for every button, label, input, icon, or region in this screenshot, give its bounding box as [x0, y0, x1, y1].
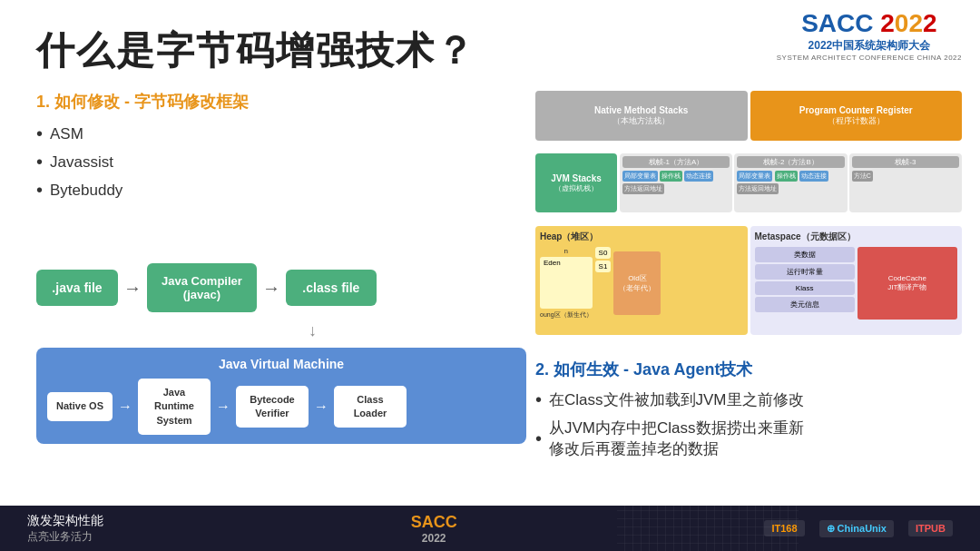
heap-eden: Eden: [540, 257, 593, 309]
java-file-box: .java file: [36, 270, 118, 306]
jvm-stacks-label: JVM Stacks （虚拟机栈）: [535, 153, 617, 212]
bottom-bar: 激发架构性能 点亮业务活力 SACC 2022 IT168 ⊕ ChinaUni…: [0, 506, 980, 551]
page-title: 什么是字节码增强技术？: [36, 25, 475, 76]
sacc-logo: SACC 2022: [777, 9, 962, 38]
codecache-area: CodeCache JIT翻译产物: [858, 247, 957, 320]
bullet-javassist: Javassist: [36, 152, 417, 172]
meta-cell-2: 运行时常量: [755, 264, 855, 280]
class-file-box: .class file: [286, 270, 377, 306]
logo-chinaunix: ⊕ ChinaUnix: [819, 520, 894, 537]
mem-mid-row: JVM Stacks （虚拟机栈） 栈帧-1（方法A） 局部变量表 操作栈 动态…: [535, 153, 962, 212]
sacc-logo-area: SACC 2022 2022中国系统架构师大会 SYSTEM ARCHITECT…: [777, 9, 962, 62]
program-counter: Program Counter Register （程序计数器）: [750, 91, 963, 141]
bottom-slogan: 激发架构性能 点亮业务活力: [27, 513, 103, 545]
left-content: 1. 如何修改 - 字节码修改框架 ASM Javassist Bytebudd…: [36, 91, 417, 222]
jvm-memory-grid: Native Method Stacks （本地方法栈） Program Cou…: [535, 91, 962, 345]
jvm-native-os: Native OS: [47, 392, 113, 420]
jvm-memory-diagram: Native Method Stacks （本地方法栈） Program Cou…: [535, 91, 962, 345]
heap-s0-col: S0 S1: [595, 247, 612, 320]
metaspace-left: 类数据 运行时常量 Klass 类元信息: [755, 247, 855, 320]
sacc-sub: SYSTEM ARCHITECT CONFERENCE CHINA 2022: [777, 54, 962, 62]
heap-inner: n Eden oung区（新生代） S0 S1 Old区（老年代）: [540, 247, 743, 320]
slogan2: 点亮业务活力: [27, 529, 103, 545]
heap-old-col: Old区（老年代）: [613, 247, 661, 320]
bottom-sacc: SACC 2022: [411, 513, 457, 545]
jvm-title: Java Virtual Machine: [47, 357, 515, 371]
slogan1: 激发架构性能: [27, 513, 103, 529]
arrow-2: →: [262, 278, 280, 299]
arrow-1: →: [123, 278, 142, 299]
meta-cell-1: 类数据: [755, 247, 855, 262]
flow-row-top: .java file → Java Compiler(javac) → .cla…: [36, 263, 544, 312]
section1-title: 1. 如何修改 - 字节码修改框架: [36, 91, 417, 113]
heap-s1: S1: [595, 261, 612, 272]
section2: 2. 如何生效 - Java Agent技术 在Class文件被加载到JVM里之…: [535, 359, 962, 481]
stacks-inner: 栈帧-1（方法A） 局部变量表 操作栈 动态连接 方法返回地址 栈帧-2（方法B…: [620, 153, 962, 212]
jvm-arrow-1: →: [118, 398, 132, 415]
heap-old: Old区（老年代）: [613, 251, 661, 315]
stack-col-2: 栈帧-2（方法B） 局部变量表 操作栈 动态连接 方法返回地址: [734, 153, 847, 212]
arrow-down: ↓: [309, 321, 544, 340]
section1-bullets: ASM Javassist Bytebuddy: [36, 123, 417, 201]
meta-cell-4: 类元信息: [755, 297, 855, 312]
metaspace-inner: 类数据 运行时常量 Klass 类元信息 CodeCache JIT翻译产物: [755, 247, 958, 320]
bullet-from-memory: 从JVM内存中把Class数据捞出来重新修改后再覆盖掉老的数据: [535, 418, 962, 459]
jvm-class-loader: ClassLoader: [334, 386, 407, 428]
mem-top-row: Native Method Stacks （本地方法栈） Program Cou…: [535, 91, 962, 141]
heap-s0: S0: [595, 247, 612, 259]
heap-title: Heap（堆区）: [540, 231, 743, 243]
logo-itpub: ITPUB: [908, 520, 953, 536]
stack-col-1: 栈帧-1（方法A） 局部变量表 操作栈 动态连接 方法返回地址: [620, 153, 732, 212]
jvm-runtime: JavaRuntimeSystem: [138, 379, 211, 435]
heap-area: Heap（堆区） n Eden oung区（新生代） S0 S1 Old区（老年: [535, 226, 748, 335]
bullet-before-load: 在Class文件被加载到JVM里之前修改: [535, 389, 962, 410]
bullet-asm: ASM: [36, 123, 417, 144]
metaspace-area: Metaspace（元数据区） 类数据 运行时常量 Klass 类元信息 Cod…: [750, 226, 963, 335]
flow-diagram: .java file → Java Compiler(javac) → .cla…: [36, 263, 544, 444]
jvm-arrow-2: →: [216, 398, 230, 415]
jvm-arrow-3: →: [314, 398, 328, 415]
metaspace-title: Metaspace（元数据区）: [755, 231, 958, 243]
heap-young-col: n Eden oung区（新生代）: [540, 247, 593, 320]
slide: 什么是字节码增强技术？ SACC 2022 2022中国系统架构师大会 SYST…: [0, 0, 980, 551]
section2-bullets: 在Class文件被加载到JVM里之前修改 从JVM内存中把Class数据捞出来重…: [535, 389, 962, 459]
meta-cell-3: Klass: [755, 281, 855, 295]
jvm-row: Native OS → JavaRuntimeSystem → Bytecode…: [47, 379, 515, 435]
mem-bottom-row: Heap（堆区） n Eden oung区（新生代） S0 S1 Old区（老年: [535, 226, 962, 335]
stack-col-3: 栈帧-3 方法C: [849, 153, 962, 212]
sacc-year: 2022中国系统架构师大会: [777, 38, 962, 54]
native-method-stacks: Native Method Stacks （本地方法栈）: [535, 91, 748, 141]
section2-title: 2. 如何生效 - Java Agent技术: [535, 359, 962, 380]
jvm-bytecode-verifier: BytecodeVerifier: [236, 386, 309, 428]
jvm-container: Java Virtual Machine Native OS → JavaRun…: [36, 348, 526, 444]
circuit-decoration: [617, 506, 799, 551]
compiler-box: Java Compiler(javac): [147, 263, 257, 312]
bullet-bytebuddy: Bytebuddy: [36, 180, 417, 201]
